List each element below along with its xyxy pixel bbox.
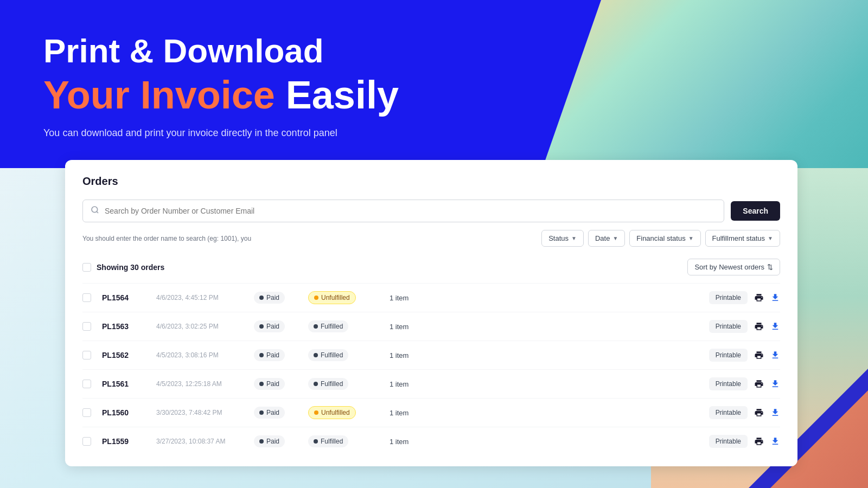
row-checkbox[interactable]	[82, 408, 91, 417]
fulfillment-status-text: Fulfilled	[321, 323, 343, 330]
print-icon[interactable]	[754, 436, 764, 446]
showing-orders-row: Showing 30 orders	[82, 263, 164, 272]
download-icon[interactable]	[770, 293, 780, 303]
order-financial-status: Paid	[254, 320, 308, 332]
printable-button[interactable]: Printable	[709, 349, 748, 362]
order-items: 1 item	[390, 438, 709, 446]
download-icon[interactable]	[770, 322, 780, 331]
row-checkbox[interactable]	[82, 322, 91, 331]
order-fulfillment-status: Fulfilled	[308, 349, 390, 361]
order-date: 4/6/2023, 4:45:12 PM	[156, 294, 254, 301]
orders-title: Orders	[82, 175, 780, 188]
row-checkbox[interactable]	[82, 351, 91, 359]
search-input-wrapper	[82, 200, 724, 222]
fulfillment-filter-button[interactable]: Fulfillment status ▼	[705, 230, 780, 247]
hero-section: Print & Download Your Invoice Easily You…	[0, 0, 570, 168]
hero-title-easily: Easily	[275, 73, 399, 117]
svg-point-0	[92, 207, 98, 213]
download-icon[interactable]	[770, 408, 780, 418]
status-filter-label: Status	[548, 234, 569, 242]
order-items: 1 item	[390, 323, 709, 331]
order-date: 3/27/2023, 10:08:37 AM	[156, 438, 254, 445]
financial-status-text: Paid	[266, 438, 279, 445]
order-row: PL1559 3/27/2023, 10:08:37 AM Paid Fulfi…	[82, 427, 780, 455]
search-input[interactable]	[105, 207, 716, 215]
printable-button[interactable]: Printable	[709, 377, 748, 390]
order-financial-status: Paid	[254, 349, 308, 361]
filter-row: You should enter the order name to searc…	[82, 230, 780, 247]
order-fulfillment-status: Unfulfilled	[308, 406, 390, 419]
printable-button[interactable]: Printable	[709, 435, 748, 448]
row-checkbox-col	[82, 408, 102, 417]
row-checkbox[interactable]	[82, 437, 91, 446]
hero-title-line1: Print & Download	[43, 33, 526, 69]
printable-button[interactable]: Printable	[709, 406, 748, 419]
search-row: Search	[82, 200, 780, 222]
showing-orders-text: Showing 30 orders	[97, 263, 164, 272]
order-date: 3/30/2023, 7:48:42 PM	[156, 409, 254, 416]
printable-button[interactable]: Printable	[709, 291, 748, 304]
row-checkbox[interactable]	[82, 380, 91, 388]
row-checkbox-col	[82, 351, 102, 359]
order-row: PL1561 4/5/2023, 12:25:18 AM Paid Fulfil…	[82, 369, 780, 398]
download-icon[interactable]	[770, 379, 780, 389]
row-checkbox-col	[82, 293, 102, 302]
hero-gradient	[542, 0, 868, 168]
order-id: PL1561	[102, 380, 156, 388]
print-icon[interactable]	[754, 379, 764, 389]
financial-status-text: Paid	[266, 409, 279, 416]
order-items: 1 item	[390, 294, 709, 302]
order-items: 1 item	[390, 380, 709, 388]
order-rows-container: PL1564 4/6/2023, 4:45:12 PM Paid Unfulfi…	[82, 283, 780, 455]
status-filter-button[interactable]: Status ▼	[541, 230, 584, 247]
order-date: 4/6/2023, 3:02:25 PM	[156, 323, 254, 330]
search-button[interactable]: Search	[731, 201, 780, 221]
fulfillment-status-text: Unfulfilled	[321, 294, 350, 301]
hero-title-line2: Your Invoice Easily	[43, 74, 526, 117]
order-items: 1 item	[390, 409, 709, 417]
printable-button[interactable]: Printable	[709, 320, 748, 333]
sort-label: Sort by Newest orders	[694, 263, 764, 271]
download-icon[interactable]	[770, 350, 780, 360]
print-icon[interactable]	[754, 408, 764, 418]
download-icon[interactable]	[770, 436, 780, 446]
order-id: PL1559	[102, 437, 156, 446]
financial-status-text: Paid	[266, 351, 279, 359]
hero-subtitle: You can download and print your invoice …	[43, 127, 526, 139]
date-filter-label: Date	[595, 234, 610, 242]
fulfillment-status-text: Fulfilled	[321, 380, 343, 388]
date-chevron-icon: ▼	[612, 235, 618, 241]
order-actions: Printable	[709, 377, 780, 390]
order-row: PL1564 4/6/2023, 4:45:12 PM Paid Unfulfi…	[82, 283, 780, 312]
order-id: PL1564	[102, 293, 156, 302]
financial-filter-button[interactable]: Financial status ▼	[629, 230, 700, 247]
search-icon	[91, 206, 99, 216]
order-id: PL1560	[102, 408, 156, 417]
print-icon[interactable]	[754, 322, 764, 331]
sort-button[interactable]: Sort by Newest orders ⇅	[687, 259, 780, 275]
order-date: 4/5/2023, 3:08:16 PM	[156, 351, 254, 359]
order-items: 1 item	[390, 351, 709, 359]
fulfillment-status-text: Fulfilled	[321, 351, 343, 359]
order-actions: Printable	[709, 320, 780, 333]
print-icon[interactable]	[754, 350, 764, 360]
order-financial-status: Paid	[254, 435, 308, 447]
hero-title-invoice: Your Invoice	[43, 73, 275, 117]
order-id: PL1562	[102, 351, 156, 359]
order-actions: Printable	[709, 406, 780, 419]
date-filter-button[interactable]: Date ▼	[588, 230, 625, 247]
order-actions: Printable	[709, 435, 780, 448]
financial-status-text: Paid	[266, 380, 279, 388]
order-fulfillment-status: Fulfilled	[308, 320, 390, 332]
select-all-checkbox[interactable]	[82, 263, 91, 272]
print-icon[interactable]	[754, 293, 764, 303]
order-fulfillment-status: Fulfilled	[308, 378, 390, 390]
row-checkbox[interactable]	[82, 293, 91, 302]
row-checkbox-col	[82, 437, 102, 446]
fulfillment-status-text: Fulfilled	[321, 438, 343, 445]
orders-panel: Orders Search You should enter the order…	[65, 160, 797, 466]
filter-hint: You should enter the order name to searc…	[82, 235, 251, 242]
order-actions: Printable	[709, 349, 780, 362]
fulfillment-filter-label: Fulfillment status	[712, 234, 765, 242]
order-row: PL1560 3/30/2023, 7:48:42 PM Paid Unfulf…	[82, 398, 780, 427]
